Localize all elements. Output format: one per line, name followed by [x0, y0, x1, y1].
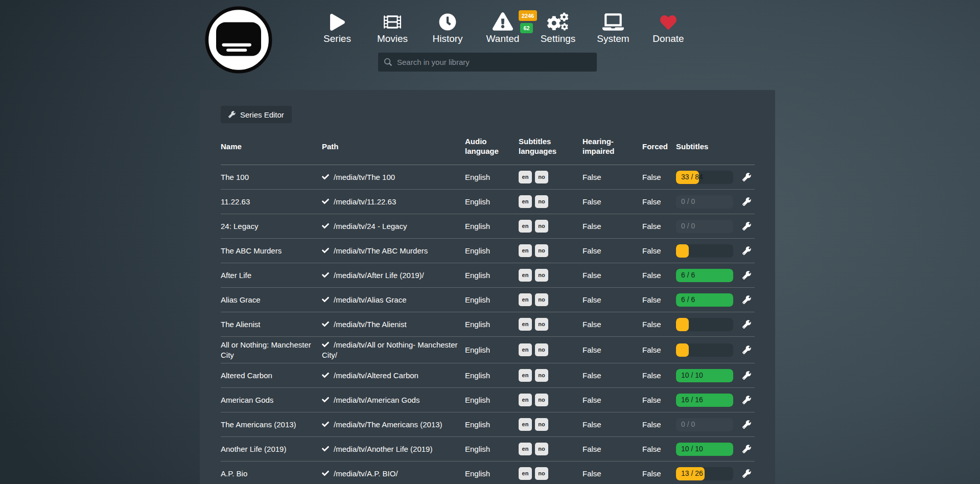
check-icon [322, 198, 329, 205]
wrench-icon[interactable] [742, 246, 751, 255]
language-badge: en [519, 220, 532, 233]
wrench-icon[interactable] [742, 345, 751, 354]
check-icon [322, 421, 329, 428]
wanted-movies-badge: 62 [520, 23, 533, 33]
series-name[interactable]: All or Nothing: Manchester City [221, 340, 322, 360]
row-actions [738, 469, 755, 478]
subtitles-languages-value: en no [519, 318, 582, 331]
hearing-impaired-value: False [582, 172, 642, 182]
series-name[interactable]: The Alienist [221, 319, 322, 330]
wrench-icon[interactable] [742, 197, 751, 206]
progress-bar [676, 244, 733, 258]
heart-icon [659, 7, 678, 31]
header-path: Path [322, 142, 465, 152]
check-icon [322, 222, 329, 229]
series-name[interactable]: Altered Carbon [221, 371, 322, 381]
warning-icon [493, 7, 513, 31]
series-path: /media/tv/After Life (2019)/ [322, 270, 465, 281]
wrench-icon[interactable] [742, 445, 751, 453]
search-input[interactable] [397, 58, 591, 66]
bazarr-logo[interactable] [204, 6, 273, 74]
series-name[interactable]: 24: Legacy [221, 221, 322, 232]
language-badge: en [519, 318, 532, 331]
series-name[interactable]: Another Life (2019) [221, 444, 322, 454]
nav-settings[interactable]: Settings [530, 7, 586, 44]
audio-language-value: English [465, 197, 519, 207]
subtitles-languages-value: en no [519, 443, 582, 455]
audio-language-value: English [465, 395, 519, 405]
nav-movies[interactable]: Movies [365, 7, 420, 44]
series-editor-button[interactable]: Series Editor [221, 106, 292, 123]
nav-wanted[interactable]: Wanted 2246 62 [475, 7, 530, 44]
series-name[interactable]: American Gods [221, 395, 322, 405]
subtitles-progress: 0 / 0 [676, 418, 738, 431]
wrench-icon[interactable] [742, 271, 751, 280]
subtitles-languages-value: en no [519, 220, 582, 233]
series-table: Name Path Audio language Subtitles langu… [221, 129, 755, 484]
language-badge: no [535, 293, 548, 306]
forced-value: False [642, 246, 676, 256]
header-forced: Forced [642, 142, 676, 152]
film-icon [384, 7, 401, 31]
progress-bar: 0 / 0 [676, 418, 733, 431]
language-badge: en [519, 195, 532, 208]
check-icon [322, 445, 329, 452]
header-subtitles-languages: Subtitles languages [519, 137, 582, 156]
nav-series[interactable]: Series [310, 7, 365, 44]
series-name[interactable]: 11.22.63 [221, 197, 322, 207]
forced-value: False [642, 197, 676, 207]
forced-value: False [642, 420, 676, 430]
series-name[interactable]: The ABC Murders [221, 246, 322, 256]
table-row: All or Nothing: Manchester City /media/t… [221, 337, 755, 363]
forced-value: False [642, 172, 676, 182]
series-name[interactable]: The 100 [221, 172, 322, 182]
series-name[interactable]: After Life [221, 270, 322, 281]
forced-value: False [642, 371, 676, 381]
nav-label: System [597, 33, 629, 44]
series-name[interactable]: Alias Grace [221, 295, 322, 305]
forced-value: False [642, 444, 676, 454]
language-badge: en [519, 443, 532, 455]
hearing-impaired-value: False [582, 319, 642, 330]
language-badge: no [535, 220, 548, 233]
wrench-icon[interactable] [742, 295, 751, 304]
progress-fill [676, 244, 689, 258]
wrench-icon[interactable] [742, 320, 751, 329]
progress-bar: 10 / 10 [676, 369, 733, 382]
subtitles-progress: 10 / 10 [676, 443, 738, 456]
audio-language-value: English [465, 172, 519, 182]
forced-value: False [642, 395, 676, 405]
series-name[interactable]: A.P. Bio [221, 469, 322, 479]
table-body: The 100 /media/tv/The 100 English en no … [221, 165, 755, 484]
wrench-icon[interactable] [742, 173, 751, 181]
wrench-icon [228, 111, 236, 118]
nav-history[interactable]: History [420, 7, 475, 44]
subtitles-languages-value: en no [519, 269, 582, 282]
series-editor-label: Series Editor [240, 110, 284, 119]
subtitles-logo-icon [204, 6, 273, 74]
nav-system[interactable]: System [586, 7, 641, 44]
nav-donate[interactable]: Donate [641, 7, 696, 44]
series-path: /media/tv/The ABC Murders [322, 246, 465, 256]
series-name[interactable]: The Americans (2013) [221, 420, 322, 430]
wrench-icon[interactable] [742, 371, 751, 380]
wrench-icon[interactable] [742, 420, 751, 429]
progress-bar [676, 318, 733, 331]
check-icon [322, 396, 329, 403]
wrench-icon[interactable] [742, 222, 751, 231]
progress-fill [676, 318, 689, 331]
table-row: The 100 /media/tv/The 100 English en no … [221, 165, 755, 190]
language-badge: no [535, 195, 548, 208]
header-subtitles: Subtitles [676, 142, 738, 152]
play-icon [330, 7, 345, 31]
hearing-impaired-value: False [582, 221, 642, 232]
language-badge: no [535, 443, 548, 455]
wrench-icon[interactable] [742, 396, 751, 404]
subtitles-progress: 6 / 6 [676, 269, 738, 282]
wrench-icon[interactable] [742, 469, 751, 478]
progress-fill [676, 343, 689, 357]
subtitles-progress: 10 / 10 [676, 369, 738, 382]
header-hearing-impaired: Hearing-impaired [582, 137, 642, 156]
nav-label: History [432, 33, 462, 44]
main-nav: Series Movies History Wanted 2246 62 Set… [310, 7, 696, 44]
